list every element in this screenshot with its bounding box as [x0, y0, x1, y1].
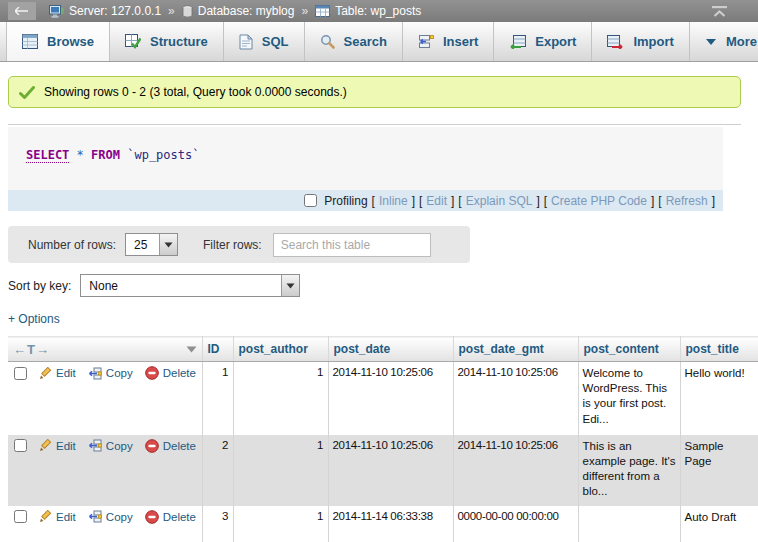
cell-post-date: 2014-11-10 10:25:06	[328, 362, 453, 435]
bracket: ]	[412, 194, 415, 208]
delete-icon[interactable]	[145, 366, 159, 380]
delete-icon[interactable]	[145, 510, 159, 524]
copy-row-link[interactable]: Copy	[88, 439, 133, 452]
sort-dropdown-icon[interactable]	[186, 346, 197, 353]
column-header-post-content[interactable]: post_content	[578, 337, 680, 362]
cell-post-content: Welcome to WordPress. This is your first…	[578, 362, 680, 435]
delete-label: Delete	[163, 367, 196, 379]
inline-link[interactable]: Inline	[379, 194, 408, 208]
refresh-link[interactable]: Refresh	[666, 194, 708, 208]
tab-sql[interactable]: SQL	[224, 22, 305, 61]
row-checkbox[interactable]	[14, 510, 27, 523]
tab-search[interactable]: Search	[305, 22, 403, 61]
tab-import[interactable]: Import	[592, 22, 689, 61]
column-header-post-title[interactable]: post_title	[680, 337, 758, 362]
edit-row-link[interactable]: Edit	[39, 367, 76, 380]
copy-row-link[interactable]: Copy	[88, 510, 133, 523]
tab-insert-label: Insert	[443, 34, 478, 49]
sql-star-operator: *	[77, 148, 84, 162]
tab-import-label: Import	[633, 34, 673, 49]
phpmyadmin-screen: Server: 127.0.0.1 » Database: myblog » T…	[0, 0, 758, 542]
edit-row-link[interactable]: Edit	[39, 439, 76, 452]
copy-icon[interactable]	[88, 510, 102, 523]
cell-post-title: Auto Draft	[680, 506, 758, 542]
delete-row-link[interactable]: Delete	[145, 439, 196, 453]
column-header-post-date-gmt[interactable]: post_date_gmt	[453, 337, 578, 362]
pencil-icon[interactable]	[39, 439, 52, 452]
edit-row-link[interactable]: Edit	[39, 510, 76, 523]
sort-by-key-select[interactable]: None	[80, 274, 300, 297]
tab-insert[interactable]: Insert	[403, 22, 494, 61]
sql-query-box: SELECT * FROM `wp_posts` Profiling [ Inl…	[8, 127, 723, 211]
breadcrumb-database[interactable]: Database: myblog	[182, 4, 295, 18]
number-of-rows-select[interactable]: 25	[125, 233, 178, 256]
delete-row-link[interactable]: Delete	[145, 366, 196, 380]
breadcrumb-table[interactable]: Table: wp_posts	[315, 4, 421, 18]
tab-structure-label: Structure	[150, 34, 208, 49]
breadcrumb-table-label: Table: wp_posts	[335, 4, 421, 18]
server-icon	[49, 5, 64, 18]
bracket: [	[458, 194, 461, 208]
breadcrumb-bar: Server: 127.0.0.1 » Database: myblog » T…	[0, 0, 758, 22]
copy-icon[interactable]	[88, 367, 102, 380]
column-header-post-author[interactable]: post_author	[233, 337, 328, 362]
bracket: [	[544, 194, 547, 208]
delete-label: Delete	[163, 511, 196, 523]
cell-post-date-gmt: 0000-00-00 00:00:00	[453, 506, 578, 542]
tab-more-label: More	[726, 34, 757, 49]
table-icon	[315, 5, 330, 17]
pencil-icon[interactable]	[39, 367, 52, 380]
cell-id: 2	[202, 435, 233, 506]
status-message-text: Showing rows 0 - 2 (3 total, Query took …	[44, 85, 347, 99]
dropdown-button[interactable]	[159, 234, 177, 255]
delete-row-link[interactable]: Delete	[145, 510, 196, 524]
tab-export[interactable]: Export	[494, 22, 592, 61]
results-header-row: ←T→ ID post_author post_date post_date_g…	[8, 337, 758, 362]
copy-row-link[interactable]: Copy	[88, 367, 133, 380]
edit-link-group: [ Edit ]	[419, 194, 454, 208]
column-reorder-handle[interactable]: ←T→	[13, 342, 50, 357]
row-actions-cell: Edit Copy Delete	[8, 362, 202, 435]
tab-structure[interactable]: Structure	[110, 22, 224, 61]
sql-table-identifier: `wp_posts`	[127, 148, 199, 162]
copy-icon[interactable]	[88, 439, 102, 452]
edit-label: Edit	[56, 440, 76, 452]
tab-browse[interactable]: Browse	[6, 22, 110, 61]
row-checkbox[interactable]	[14, 439, 27, 452]
options-toggle-link[interactable]: + Options	[8, 312, 60, 326]
dropdown-button[interactable]	[281, 275, 299, 296]
column-header-id[interactable]: ID	[202, 337, 233, 362]
dropdown-arrow-icon	[164, 242, 173, 248]
collapse-icon	[711, 5, 728, 18]
delete-icon[interactable]	[145, 439, 159, 453]
sql-select-keyword[interactable]: SELECT	[26, 148, 69, 163]
row-checkbox[interactable]	[14, 367, 27, 380]
explain-sql-link[interactable]: Explain SQL	[466, 194, 533, 208]
column-header-post-date[interactable]: post_date	[328, 337, 453, 362]
pencil-icon[interactable]	[39, 510, 52, 523]
breadcrumb-server[interactable]: Server: 127.0.0.1	[49, 4, 161, 18]
table-row: Edit Copy Delete 2 1 2014-11-10 10:25:06…	[8, 435, 758, 506]
back-button[interactable]	[8, 2, 36, 20]
row-actions-cell: Edit Copy Delete	[8, 435, 202, 506]
tab-more[interactable]: More	[690, 22, 758, 61]
create-php-code-link[interactable]: Create PHP Code	[551, 194, 647, 208]
sort-by-key-label: Sort by key:	[8, 279, 71, 293]
chevron-down-icon	[705, 38, 717, 46]
sort-by-key-row: Sort by key: None	[8, 274, 758, 297]
bracket: [	[658, 194, 661, 208]
create-php-code-link-group: [ Create PHP Code ]	[544, 194, 655, 208]
sort-by-key-value: None	[81, 275, 281, 296]
sql-query-text: SELECT * FROM `wp_posts`	[8, 127, 723, 190]
structure-icon	[125, 34, 141, 49]
filter-rows-input[interactable]	[273, 233, 431, 257]
edit-query-link[interactable]: Edit	[426, 194, 447, 208]
actions-column-header: ←T→	[8, 337, 202, 362]
browse-icon	[22, 34, 38, 49]
edit-label: Edit	[56, 511, 76, 523]
collapse-navigation-button[interactable]	[711, 5, 728, 18]
success-check-icon	[19, 86, 35, 99]
copy-label: Copy	[106, 511, 133, 523]
profiling-checkbox[interactable]	[304, 194, 317, 207]
bracket: ]	[651, 194, 654, 208]
